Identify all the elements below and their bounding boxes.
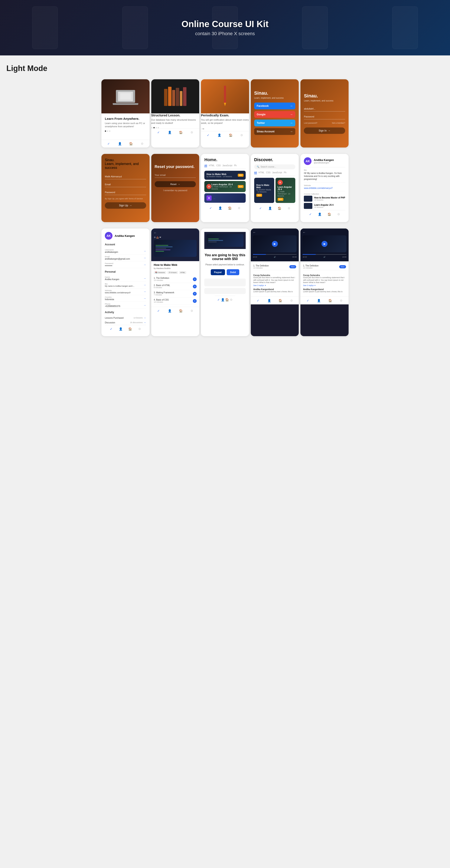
card-details-input[interactable] [204,288,246,294]
account-nav-person[interactable]: 👤 [119,327,123,331]
account-nav-check[interactable]: ✓ [109,327,114,331]
username-arrow[interactable]: → [143,250,146,253]
lesson-3-add-btn[interactable]: + [193,292,197,296]
nav-gear-icon-3[interactable]: ⚙ [240,133,244,137]
reset-email-input[interactable]: Your email [155,173,196,178]
signup-password-input[interactable]: Password [105,190,146,195]
nav-check-icon[interactable]: ✓ [106,142,111,146]
purchase-nav-check[interactable]: ✓ [217,298,221,302]
purchase-nav-home[interactable]: 🏠 [225,298,229,302]
discover-nav-home[interactable]: 🏠 [278,206,282,210]
video-2-nav-person[interactable]: 👤 [317,299,321,303]
tab-ph[interactable]: Ph [234,164,236,167]
home-course-3[interactable]: B ... [204,193,246,203]
discover-tab-css[interactable]: CSS [266,172,270,174]
discover-tab-all[interactable]: All [254,172,257,174]
discover-nav-check[interactable]: ✓ [258,206,263,210]
lesson-1-add-btn[interactable]: + [193,277,197,281]
nav-check-icon-3[interactable]: ✓ [206,133,210,137]
username-input[interactable]: abdullahf... [304,106,345,112]
facebook-login-btn[interactable]: Facebook → [254,102,295,110]
collection-item-1[interactable]: How to Become Master of PHP 15 lessons [304,196,345,202]
discover-course-1[interactable]: How to Make Web by Ibrahim Maula · 14 le… [254,178,274,203]
collection-item-2[interactable]: Learn Angular JS 4 15 lessons [304,203,345,209]
lesson-4-add-btn[interactable]: + [193,299,197,303]
course-nav-check[interactable]: ✓ [156,309,161,313]
account-nav-gear[interactable]: ⚙ [137,327,142,331]
home-course-2[interactable]: A Learn Angular JS 4 by Malik Abimanyul … [204,181,246,192]
nav-home-icon-2[interactable]: 🏠 [179,130,183,134]
nav-gear-icon[interactable]: ⚙ [140,142,144,146]
purchase-nav-gear[interactable]: ⚙ [229,298,233,302]
next-button-2[interactable]: Next [339,265,346,268]
video-1-nav-check[interactable]: ✓ [256,299,260,303]
video-2-nav-gear[interactable]: ⚙ [339,299,344,303]
profile-nav-person[interactable]: 👤 [318,212,322,216]
course-nav-home[interactable]: 🏠 [179,309,183,313]
nav-person-icon-3[interactable]: 👤 [217,133,222,137]
twitter-login-btn[interactable]: Twitter → [254,120,295,126]
signin-button[interactable]: Sign In → [304,127,345,134]
play-button-2[interactable]: ▶ [322,241,327,247]
video-1-nav-person[interactable]: 👤 [267,299,271,303]
tab-html[interactable]: HTML [209,164,215,167]
country-arrow[interactable]: → [143,297,146,300]
bio-arrow[interactable]: → [143,283,146,286]
video-2-nav-home[interactable]: 🏠 [328,299,332,303]
comment-2-1-reply-link[interactable]: See 3 replys ▾ [303,284,346,286]
course-back-btn[interactable]: ← [154,231,197,235]
paypal-btn[interactable]: Paypal [211,269,225,275]
forgot-password-link[interactable]: Lost password? [304,122,317,124]
discover-tab-ph[interactable]: Ph [284,172,286,174]
discover-course-2[interactable]: A Learn Angular JS 4 by Malik Abimanyul … [276,178,295,203]
course-nav-person[interactable]: 👤 [167,309,172,313]
sinau-login-btn[interactable]: Sinau Account → [254,128,295,135]
reset-button[interactable]: Reset → [155,181,196,187]
next-button-1[interactable]: Next [289,265,296,268]
home-nav-person[interactable]: 👤 [218,206,222,210]
password-input[interactable]: Password [304,114,345,119]
nav-check-icon-2[interactable]: ✓ [156,130,161,134]
profile-nav-home[interactable]: 🏠 [327,212,331,216]
nav-home-icon[interactable]: 🏠 [129,142,133,146]
course-nav-gear[interactable]: ⚙ [190,309,194,313]
phone-arrow[interactable]: → [143,304,146,307]
nav-person-icon-2[interactable]: 👤 [167,130,172,134]
video-1-nav-gear[interactable]: ⚙ [289,299,294,303]
debit-btn[interactable]: Debit [227,269,239,275]
home-nav-gear[interactable]: ⚙ [237,206,242,210]
remember-password-link[interactable]: I remember my password [155,189,196,192]
not-member-link[interactable]: Not a member? [332,122,345,124]
purchase-nav-person[interactable]: 👤 [221,298,225,302]
home-course-1[interactable]: How to Make Web by Ibrahim Maula · 14 le… [204,171,246,180]
name-arrow[interactable]: → [143,277,146,280]
email-arrow[interactable]: → [143,256,146,259]
discover-tab-html[interactable]: HTML [259,172,264,174]
play-button-1[interactable]: ▶ [272,241,278,247]
email-input[interactable]: Email [105,182,146,187]
video-2-nav-check[interactable]: ✓ [306,299,310,303]
name-input[interactable]: Malik Abimanyul [105,174,146,179]
comment-1-reply-link[interactable]: See 3 replys ▾ [253,284,296,286]
nav-gear-icon-2[interactable]: ⚙ [190,130,194,134]
tab-all[interactable]: All [204,164,207,167]
card-number-input[interactable] [204,279,246,286]
password-arrow[interactable]: → [143,263,146,266]
profile-nav-gear[interactable]: ⚙ [336,212,341,216]
home-nav-check[interactable]: ✓ [208,206,213,210]
discover-nav-person[interactable]: 👤 [268,206,272,210]
video-1-nav-home[interactable]: 🏠 [278,299,283,303]
discussion-arrow[interactable]: → [143,321,146,324]
discover-nav-gear[interactable]: ⚙ [287,206,291,210]
discover-search[interactable]: 🔍 Search course... [254,164,295,169]
website-value[interactable]: www.dribbble.com/abimanyul7 [304,187,345,189]
nav-person-icon[interactable]: 👤 [118,142,122,146]
account-nav-home[interactable]: 🏠 [128,327,132,331]
home-nav-home[interactable]: 🏠 [228,206,232,210]
tab-css[interactable]: CSS [216,164,221,167]
lesson-2-add-btn[interactable]: + [193,285,197,288]
signup-button[interactable]: Sign Up → [105,202,146,209]
lessons-arrow[interactable]: → [143,316,146,319]
video-back-arrow-1[interactable]: ← [253,230,297,234]
google-login-btn[interactable]: Google → [254,111,295,118]
